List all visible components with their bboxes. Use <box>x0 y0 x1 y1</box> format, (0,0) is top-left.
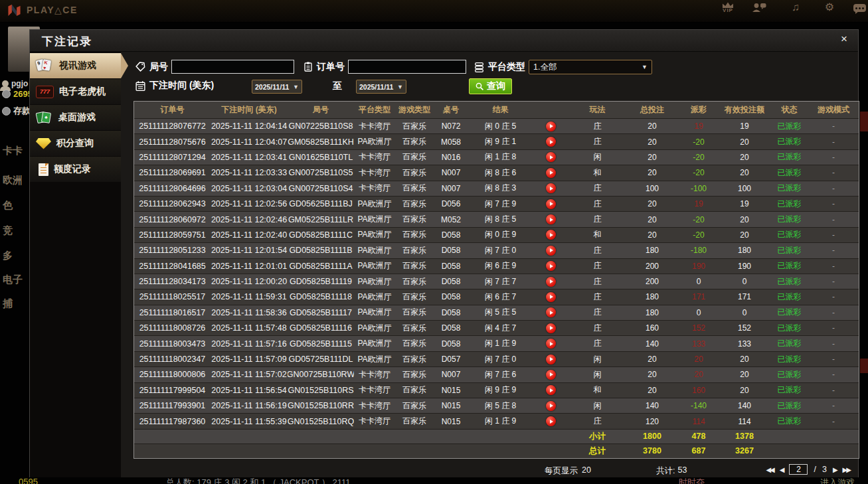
date-from-picker[interactable]: 2025/11/11 ▼ <box>252 80 302 94</box>
bet-record-row: 2511111179873602025-11-11 11:55:39GN0152… <box>134 413 859 428</box>
total-cell: 3780 <box>626 444 679 458</box>
replay-video-icon[interactable] <box>533 212 569 226</box>
round-filter: 局号 <box>135 60 294 74</box>
close-icon[interactable]: × <box>841 33 847 46</box>
replay-video-icon[interactable] <box>533 289 569 304</box>
cell-round_id: GD05825B11118 <box>288 289 354 304</box>
cell-valid_bet: 180 <box>719 243 770 258</box>
replay-video-icon[interactable] <box>533 336 569 351</box>
replay-video-icon[interactable] <box>533 150 569 165</box>
replay-video-icon[interactable] <box>533 119 569 133</box>
cell-play: 庄 <box>569 181 626 196</box>
cell-play: 庄 <box>569 134 626 149</box>
lobby-category[interactable]: 多 <box>3 250 13 262</box>
replay-video-icon[interactable] <box>533 134 569 149</box>
total-cell <box>533 444 569 458</box>
cell-time: 2025-11-11 12:02:56 <box>211 197 288 211</box>
settings-gear-icon[interactable]: ⚙ <box>820 2 839 13</box>
lobby-category[interactable]: 捕 <box>3 297 13 310</box>
chevron-down-icon: ▼ <box>397 84 403 90</box>
deposit-button[interactable]: 存款 <box>2 105 31 117</box>
cell-platform: 卡卡湾厅 <box>354 398 395 413</box>
customer-service-icon[interactable] <box>752 2 772 13</box>
cell-mode: - <box>808 181 859 196</box>
round-input[interactable] <box>171 60 294 74</box>
total-pages-label: 3 <box>822 465 827 474</box>
replay-video-icon[interactable] <box>533 181 569 196</box>
prev-page-icon[interactable]: ◀ <box>780 466 784 473</box>
platform-stack-icon <box>474 62 485 73</box>
replay-video-icon[interactable] <box>533 305 569 320</box>
date-to-picker[interactable]: 2025/11/11 ▼ <box>356 80 406 94</box>
diamond-icon <box>36 138 51 149</box>
cell-order_id: 251111118000806 <box>134 367 211 382</box>
platform-select[interactable]: 1.全部 ▼ <box>529 60 652 74</box>
subtotal-cell <box>395 430 434 444</box>
replay-video-icon[interactable] <box>533 398 569 413</box>
cell-order_id: 251111128071294 <box>134 150 211 165</box>
replay-video-icon[interactable] <box>533 165 569 180</box>
lobby-category[interactable]: 欧洲 <box>3 174 23 187</box>
query-button[interactable]: 查询 <box>469 78 512 94</box>
music-icon[interactable]: ♫ <box>786 2 806 13</box>
column-header: 状态 <box>770 102 808 118</box>
lobby-category[interactable]: 色 <box>3 199 13 212</box>
cell-time: 2025-11-11 12:00:20 <box>211 274 288 289</box>
replay-video-icon[interactable] <box>533 352 569 366</box>
cell-payout: -20 <box>679 150 719 165</box>
sidebar-item-points[interactable]: 积分查询 <box>30 131 121 156</box>
bet-record-row: 2511111180087262025-11-11 11:57:48GD0582… <box>134 320 859 335</box>
first-page-icon[interactable]: ◀◀ <box>766 466 773 473</box>
cell-valid_bet: 20 <box>719 165 770 180</box>
cell-status: 已派彩 <box>770 212 808 226</box>
cell-payout: -140 <box>679 398 719 413</box>
cell-play: 庄 <box>569 274 626 289</box>
sidebar-item-live-games[interactable]: 9K♥ 视讯游戏 <box>30 53 121 78</box>
replay-video-icon[interactable] <box>533 274 569 289</box>
subtotal-cell: 1800 <box>626 430 679 444</box>
cell-bet: 200 <box>626 259 679 274</box>
replay-video-icon[interactable] <box>533 197 569 211</box>
cell-table_no: N016 <box>434 150 468 165</box>
cell-time: 2025-11-11 11:55:39 <box>211 414 288 428</box>
chat-icon[interactable] <box>853 2 868 12</box>
vip-icon[interactable]: VIP <box>718 2 738 13</box>
replay-video-icon[interactable] <box>533 414 569 428</box>
cell-platform: 卡卡湾厅 <box>354 383 395 398</box>
lobby-category[interactable]: 竞 <box>3 224 13 237</box>
cell-payout: 0 <box>679 274 719 289</box>
slot-777-icon: 777 <box>36 86 54 98</box>
cell-order_id: 251111117993901 <box>134 398 211 413</box>
replay-video-icon[interactable] <box>533 367 569 382</box>
replay-video-icon[interactable] <box>533 243 569 258</box>
replay-video-icon[interactable] <box>533 259 569 274</box>
next-page-icon[interactable]: ▶ <box>833 466 837 473</box>
topbar-icons: VIP ♫ ⚙ <box>718 2 868 13</box>
cell-play: 庄 <box>569 259 626 274</box>
cell-round_id: GD05825B11119 <box>288 274 354 289</box>
last-page-icon[interactable]: ▶▶ <box>843 466 850 473</box>
sidebar-item-credit-records[interactable]: 额度记录 <box>30 157 121 182</box>
subtotal-cell <box>533 430 569 444</box>
cell-result: 闲 5 庄 8 <box>468 398 533 413</box>
sidebar-item-table-games[interactable]: ♠ 桌面游戏 <box>30 105 121 130</box>
lobby-category[interactable]: 卡卡 <box>3 145 23 157</box>
cell-result: 闲 4 庄 7 <box>468 321 533 335</box>
bet-table-body: 2511111280767722025-11-11 12:04:14GN0722… <box>134 118 859 458</box>
to-label: 至 <box>333 80 342 92</box>
cell-payout: 19 <box>679 197 719 211</box>
pagination-bar: 每页显示20 共计:53 ◀◀ ◀ / 3 ▶ ▶▶ <box>121 463 858 478</box>
replay-video-icon[interactable] <box>533 383 569 398</box>
cell-round_id: GD05825B11115 <box>288 336 354 351</box>
cell-game_type: 百家乐 <box>395 197 434 211</box>
cell-status: 已派彩 <box>770 197 808 211</box>
lobby-category[interactable]: 电子 <box>3 274 23 286</box>
replay-video-icon[interactable] <box>533 228 569 242</box>
column-header: 有效投注额 <box>719 102 770 118</box>
order-input[interactable] <box>348 60 466 74</box>
replay-video-icon[interactable] <box>533 321 569 335</box>
sidebar-item-slots[interactable]: 777 电子老虎机 <box>30 79 121 104</box>
cell-platform: PA欧洲厅 <box>354 289 395 304</box>
bet-time-filter-label: 下注时间 (美东) <box>135 80 214 92</box>
page-number-input[interactable] <box>789 464 808 475</box>
